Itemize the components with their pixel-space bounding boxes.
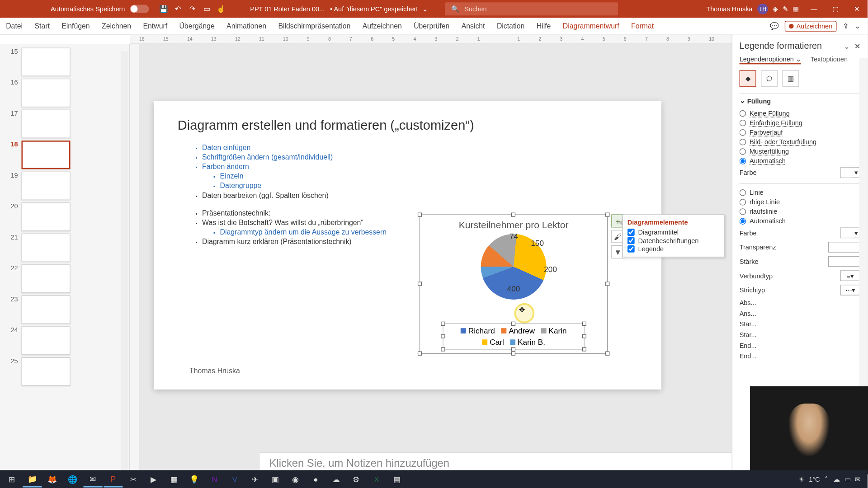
thumbnail-17[interactable]: 17: [0, 108, 129, 140]
redo-icon[interactable]: ↷: [187, 4, 198, 14]
firefox-icon[interactable]: 🦊: [43, 471, 62, 488]
line-prop-row[interactable]: Star...: [740, 319, 861, 329]
minimize-button[interactable]: —: [803, 0, 825, 18]
app3-icon[interactable]: ▣: [266, 471, 285, 488]
fill-radio[interactable]: Einfarbige Füllung: [740, 118, 861, 127]
dash-combo[interactable]: ⋯▾: [840, 285, 860, 296]
slideshow-icon[interactable]: ▭: [201, 4, 212, 14]
fill-color-picker[interactable]: ▾: [840, 167, 860, 178]
thumbnail-19[interactable]: 19: [0, 170, 129, 202]
touch-icon[interactable]: ☝: [216, 4, 226, 14]
tab-hilfe[interactable]: Hilfe: [531, 18, 557, 34]
transparency-input[interactable]: [828, 242, 860, 253]
tab-uebergaenge[interactable]: Übergänge: [173, 18, 221, 34]
pane-dropdown-icon[interactable]: ⌄: [844, 43, 849, 50]
line-radio[interactable]: rbige Linie: [740, 197, 861, 206]
app6-icon[interactable]: ☁: [326, 471, 345, 488]
chrome-icon[interactable]: 🌐: [63, 471, 82, 488]
app2-icon[interactable]: 💡: [185, 471, 204, 488]
doc-dropdown-icon[interactable]: ⌄: [422, 5, 428, 12]
tab-format[interactable]: Format: [625, 18, 660, 34]
app4-icon[interactable]: ◉: [286, 471, 305, 488]
telegram-icon[interactable]: ✈: [245, 471, 264, 488]
search-box[interactable]: 🔍 Suchen: [445, 2, 618, 15]
close-button[interactable]: ✕: [846, 0, 868, 18]
fill-radio[interactable]: Keine Füllung: [740, 108, 861, 118]
explorer-icon[interactable]: 📁: [23, 471, 42, 488]
compound-combo[interactable]: ≡▾: [840, 270, 860, 281]
flyout-checkbox[interactable]: Datenbeschriftungen: [627, 236, 719, 244]
user-name[interactable]: Thomas Hruska: [706, 5, 752, 13]
weather-icon[interactable]: ☀: [798, 475, 804, 483]
autosave-toggle[interactable]: [130, 5, 149, 13]
pen-icon[interactable]: ✎: [783, 5, 788, 13]
tab-einfuegen[interactable]: Einfügen: [56, 18, 96, 34]
fill-radio[interactable]: Bild- oder Texturfüllung: [740, 137, 861, 146]
thumbnail-18[interactable]: 18: [0, 139, 129, 170]
chart-title[interactable]: Kursteilnehmer pro Lektor: [420, 220, 607, 230]
tab-animationen[interactable]: Animationen: [221, 18, 272, 34]
tab-ansicht[interactable]: Ansicht: [455, 18, 491, 34]
line-radio[interactable]: Linie: [740, 188, 861, 197]
avatar[interactable]: TH: [757, 4, 768, 14]
bullet-item[interactable]: Schriftgrößen ändern (gesamt/individuell…: [178, 152, 637, 162]
thumbnail-23[interactable]: 23: [0, 294, 129, 325]
line-prop-row[interactable]: End...: [740, 340, 861, 351]
calendar-icon[interactable]: ▦: [793, 5, 798, 13]
tab-legendenoptionen[interactable]: Legendenoptionen ⌄: [740, 56, 801, 65]
flyout-checkbox[interactable]: Diagrammtitel: [627, 228, 719, 236]
save-icon[interactable]: 💾: [158, 4, 169, 14]
data-label-150[interactable]: 150: [531, 239, 544, 248]
thumbnail-25[interactable]: 25: [0, 356, 129, 387]
size-props-icon[interactable]: ▥: [783, 70, 799, 87]
data-label-200[interactable]: 200: [544, 265, 557, 274]
tab-dictation[interactable]: Dictation: [491, 18, 531, 34]
start-button[interactable]: ⊞: [2, 471, 21, 488]
thumbnail-22[interactable]: 22: [0, 263, 129, 295]
doc-name[interactable]: PPT 01 Roter Faden 00...: [250, 5, 325, 12]
diamond-icon[interactable]: ◈: [773, 5, 778, 13]
undo-icon[interactable]: ↶: [173, 4, 184, 14]
legend-item[interactable]: Richard: [461, 326, 495, 335]
tab-start[interactable]: Start: [28, 18, 56, 34]
temperature[interactable]: 1°C: [809, 475, 820, 483]
slide-title[interactable]: Diagramm erstellen und formatieren („cus…: [178, 118, 637, 133]
tab-diagrammentwurf[interactable]: Diagrammentwurf: [557, 18, 625, 34]
battery-tray-icon[interactable]: ▭: [844, 475, 850, 483]
tab-aufzeichnen[interactable]: Aufzeichnen: [357, 18, 408, 34]
tab-datei[interactable]: Datei: [0, 18, 28, 34]
effects-icon[interactable]: ⬠: [761, 70, 778, 87]
line-prop-row[interactable]: Star...: [740, 329, 861, 340]
fill-radio[interactable]: Musterfüllung: [740, 146, 861, 156]
chart-container[interactable]: Kursteilnehmer pro Lektor 500 74 150 200…: [420, 214, 608, 353]
thumbnail-20[interactable]: 20: [0, 201, 129, 232]
line-prop-row[interactable]: Ans...: [740, 308, 861, 319]
bullet-item[interactable]: Datengruppe: [178, 181, 637, 191]
bullet-item[interactable]: Daten einfügen: [178, 143, 637, 152]
chart-legend[interactable]: RichardAndrewKarinCarlKarin B.: [443, 324, 585, 350]
pane-close-icon[interactable]: ✕: [854, 42, 860, 51]
line-radio[interactable]: Automatisch: [740, 216, 861, 225]
bullet-item[interactable]: Einzeln: [178, 172, 637, 181]
ribbon-collapse-icon[interactable]: ⌄: [854, 22, 860, 30]
vlc-icon[interactable]: ▶: [144, 471, 163, 488]
legend-item[interactable]: Karin: [541, 326, 566, 335]
app5-icon[interactable]: ●: [306, 471, 325, 488]
data-label-500[interactable]: 500: [465, 260, 478, 269]
settings-icon[interactable]: ⚙: [347, 471, 366, 488]
app-icon[interactable]: ▦: [165, 471, 184, 488]
tab-ueberpruefen[interactable]: Überprüfen: [408, 18, 456, 34]
onenote-icon[interactable]: N: [205, 471, 224, 488]
tab-textoptionen[interactable]: Textoptionen: [811, 56, 848, 65]
width-input[interactable]: [828, 256, 860, 267]
flyout-checkbox[interactable]: Legende: [627, 245, 719, 253]
excel-icon[interactable]: X: [367, 471, 386, 488]
fill-radio[interactable]: Farbverlauf: [740, 127, 861, 137]
tab-zeichnen[interactable]: Zeichnen: [96, 18, 137, 34]
line-prop-row[interactable]: Abs...: [740, 297, 861, 308]
tab-entwurf[interactable]: Entwurf: [137, 18, 173, 34]
legend-item[interactable]: Karin B.: [510, 338, 545, 347]
snip-icon[interactable]: ✂: [124, 471, 143, 488]
fill-radio[interactable]: Automatisch: [740, 156, 861, 165]
tray-chevron-icon[interactable]: ˄: [825, 475, 828, 483]
